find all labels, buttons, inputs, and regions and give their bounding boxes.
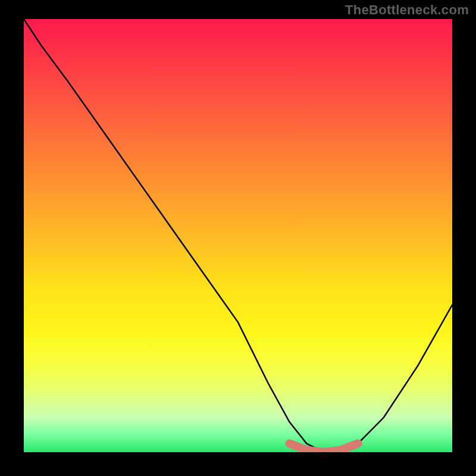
bottleneck-curve-line <box>24 19 452 452</box>
valley-highlight <box>289 443 358 452</box>
watermark-text: TheBottleneck.com <box>345 2 469 18</box>
curve-layer <box>24 19 452 452</box>
chart-frame: TheBottleneck.com <box>0 0 476 476</box>
